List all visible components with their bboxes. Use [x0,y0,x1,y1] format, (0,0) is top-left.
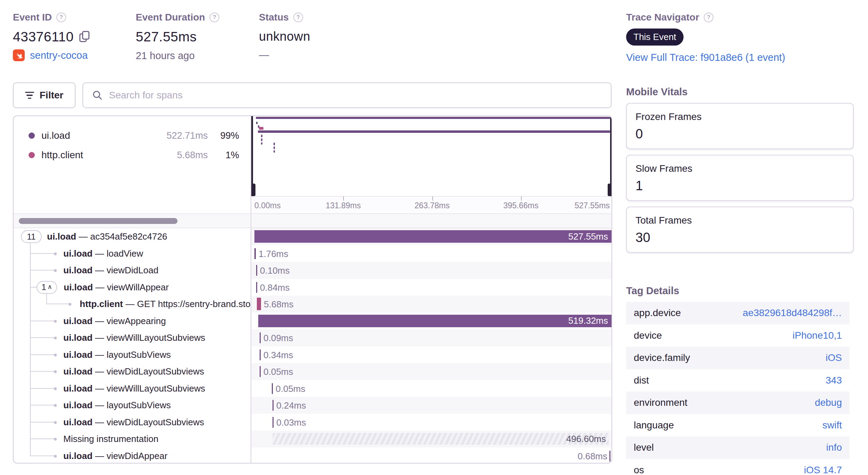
span-description: ui.load — ac354af5e82c4726 [47,231,167,242]
help-icon[interactable]: ? [704,13,713,22]
tag-row-level: level info [626,436,850,459]
span-row-ui.load-viewWillLayoutSubviews[interactable]: ui.load — viewWillLayoutSubviews 0.05ms [14,380,611,397]
span-duration-tick[interactable] [273,400,274,411]
span-duration-bar[interactable] [257,298,261,310]
tree-node-dot [54,337,57,339]
legend-percent: 99% [220,130,239,141]
span-duration-tick[interactable] [256,265,257,276]
span-row-ui.load-viewDidLayoutSubviews[interactable]: ui.load — viewDidLayoutSubviews 0.03ms [14,414,611,431]
tag-row-device.family: device.family iOS [626,347,850,369]
view-full-trace-link[interactable]: View Full Trace: f901a8e6 (1 event) [626,52,785,63]
span-row-ui.load-viewWillLayoutSubviews[interactable]: ui.load — viewWillLayoutSubviews 0.09ms [14,329,611,346]
filter-button[interactable]: Filter [13,82,76,108]
span-waterfall-panel: ui.load 522.71ms 99% http.client 5.68ms … [13,115,612,464]
tag-key: device [634,330,662,341]
span-row-ui.load-viewDidAppear[interactable]: ui.load — viewDidAppear 0.68ms [14,448,611,464]
project-link[interactable]: sentry-cocoa [30,50,88,61]
minimap-span-mark [261,138,262,141]
span-row-ui.load-viewDidLayoutSubviews[interactable]: ui.load — viewDidLayoutSubviews 0.05ms [14,363,611,380]
span-description: ui.load — viewDidAppear [63,451,167,461]
tag-value-link[interactable]: swift [822,420,842,431]
copy-icon[interactable] [79,31,90,43]
axis-tick-mark [521,196,522,201]
span-row-ui.load-layoutSubViews[interactable]: ui.load — layoutSubViews 0.34ms [14,346,611,363]
tree-bars-divider[interactable] [251,116,251,463]
trace-navigator-block: Trace Navigator ? This Event View Full T… [626,12,785,63]
span-row-ui.load-viewAppearing[interactable]: ui.load — viewAppearing519.32ms [14,313,611,330]
tree-node-dot [54,387,57,390]
help-icon[interactable]: ? [210,13,219,22]
legend-item-http.client[interactable]: http.client 5.68ms 1% [14,145,251,165]
help-icon[interactable]: ? [56,13,66,22]
span-duration-tick[interactable] [260,332,261,343]
tree-scrollbar-track[interactable] [14,214,611,228]
span-children-pill[interactable]: 11 [21,230,42,243]
span-tree-cell: 1∧ui.load — viewWillAppear [14,279,251,296]
legend-op-name: http.client [41,150,83,161]
span-bar-cell: 0.84ms [251,279,612,296]
missing-instrumentation-bar[interactable]: 496.60ms [273,433,609,445]
span-children-pill[interactable]: 1∧ [37,281,57,294]
tag-key: app.device [634,307,681,319]
tree-node-dot [54,370,57,373]
span-duration-bar[interactable]: 519.32ms [258,315,611,327]
minimap-span-mark [274,150,275,153]
tag-value-link[interactable]: debug [815,397,842,408]
span-duration-label: 527.55ms [568,231,608,242]
span-bar-cell: 519.32ms [251,313,612,330]
span-duration-label: 519.32ms [568,315,608,326]
search-input[interactable] [109,90,602,101]
tree-connector-line [46,293,47,305]
tag-value-link[interactable]: iOS [826,352,842,363]
tree-connector-line [30,354,54,355]
span-duration-tick[interactable] [260,366,261,377]
help-icon[interactable]: ? [293,13,303,22]
minimap-span-mark [274,146,275,149]
tree-connector-line [30,287,37,288]
legend-item-ui.load[interactable]: ui.load 522.71ms 99% [14,126,251,145]
trace-navigator-label: Trace Navigator [626,12,699,23]
span-row-ui.load-viewWillAppear[interactable]: 1∧ui.load — viewWillAppear 0.84ms [14,279,611,296]
span-duration-label: 0.09ms [263,333,293,344]
span-bar-cell: 0.05ms [251,363,612,380]
minimap-span-mark [259,127,263,130]
span-tree-cell: 11ui.load — ac354af5e82c4726 [14,228,251,245]
tree-scrollbar-thumb[interactable] [19,218,177,224]
span-row-http.client-GET https://sentry-brand.stora[interactable]: http.client — GET https://sentry-brand.s… [14,296,611,313]
trace-minimap[interactable] [251,116,612,196]
minimap-span-mark [261,135,262,137]
span-duration-label: 0.34ms [263,350,293,361]
span-duration-tick[interactable] [254,248,256,259]
vital-card-total-frames: Total Frames 30 [626,207,854,253]
event-id-label-text: Event ID [13,12,52,23]
tag-value-link[interactable]: iOS 14.7 [804,465,842,475]
span-duration-bar[interactable]: 527.55ms [254,230,611,243]
span-duration-tick[interactable] [272,383,273,394]
legend-duration: 5.68ms [177,150,208,161]
span-row-ui.load-layoutSubViews[interactable]: ui.load — layoutSubViews 0.24ms [14,397,611,414]
axis-tick-label: 0.00ms [254,201,281,210]
span-row-ui.load-loadView[interactable]: ui.load — loadView 1.76ms [14,245,611,262]
span-row-ui.load-viewDidLoad[interactable]: ui.load — viewDidLoad 0.10ms [14,262,611,279]
span-row-ui.load-ac354af5e82c4726[interactable]: 11ui.load — ac354af5e82c4726527.55ms [14,228,611,245]
span-duration-tick[interactable] [273,417,274,428]
span-duration-tick[interactable] [609,451,610,461]
span-bar-cell: 496.60ms [251,430,612,448]
tag-value-link[interactable]: iPhone10,1 [792,330,842,341]
span-description: ui.load — layoutSubViews [63,349,171,360]
span-duration-tick[interactable] [260,349,261,360]
minimap-left-grip[interactable] [251,184,255,196]
tag-value-link[interactable]: ae3829618d484298f… [743,307,842,319]
axis-tick-label: 395.66ms [503,201,538,210]
tag-key: environment [634,397,687,408]
tag-value-link[interactable]: 343 [826,375,842,386]
span-bar-cell: 0.03ms [251,414,612,431]
axis-tick-mark [343,196,344,201]
span-duration-tick[interactable] [256,282,257,293]
span-duration-label: 0.05ms [263,367,293,377]
span-row-Missing instrumentation[interactable]: Missing instrumentation496.60ms [14,430,611,448]
vital-value: 1 [636,178,643,193]
tag-value-link[interactable]: info [826,442,842,453]
minimap-right-grip[interactable] [608,184,612,196]
minimap-span-mark [258,130,610,133]
